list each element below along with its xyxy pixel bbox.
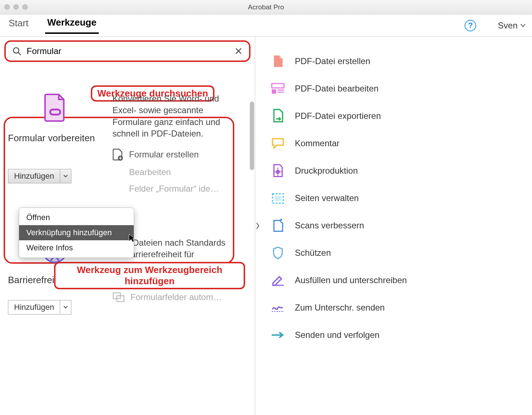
help-icon[interactable]: ? [465, 20, 476, 31]
form-icon [40, 93, 69, 122]
sidebar-tool-label: Senden und verfolgen [295, 330, 380, 340]
tool-main-formular: Konvertieren Sie Word- und Excel- sowie … [112, 93, 247, 194]
user-menu[interactable]: Sven [498, 21, 526, 31]
search-wrap: ✕ [0, 37, 255, 66]
add-button-label: Hinzufügen [8, 300, 60, 314]
sidebar-tool-create[interactable]: PDF-Datei erstellen [271, 48, 521, 75]
export-icon [271, 109, 285, 123]
scan-icon [271, 219, 285, 232]
print-icon [271, 164, 285, 178]
sendtrack-icon [271, 328, 285, 342]
tab-tools[interactable]: Werkzeuge [45, 17, 99, 34]
window-title: Acrobat Pro [248, 3, 284, 11]
sidebar-tool-label: PDF-Datei erstellen [295, 56, 370, 66]
sidebar-tool-label: PDF-Datei exportieren [295, 111, 381, 121]
action-create-label: Formular erstellen [129, 150, 199, 160]
svg-rect-16 [275, 196, 281, 201]
svg-point-0 [13, 48, 19, 53]
menu-item-open[interactable]: Öffnen [19, 210, 134, 225]
sidebar-tool-export[interactable]: PDF-Datei exportieren [271, 102, 521, 130]
sidebar-tool-edit[interactable]: PDF-Datei bearbeiten [271, 75, 521, 102]
action-identify-fields[interactable]: Felder „Formular“ ide… [112, 184, 247, 194]
protect-icon [271, 246, 285, 260]
edit-icon [271, 82, 285, 95]
sidebar-tool-sendtrack[interactable]: Senden und verfolgen [271, 321, 521, 349]
add-button-caret[interactable] [60, 169, 71, 183]
sidebar-tool-label: Scans verbessern [295, 220, 364, 231]
search-input[interactable] [27, 46, 229, 56]
chevron-down-icon [63, 175, 68, 178]
tools-sidebar: PDF-Datei erstellenPDF-Datei bearbeitenP… [260, 37, 532, 415]
add-dropdown-menu: Öffnen Verknüpfung hinzufügen Weitere In… [19, 208, 134, 258]
action-auto-fields[interactable]: Formularfelder autom… [112, 292, 247, 302]
pane-divider[interactable] [255, 37, 260, 415]
svg-rect-8 [272, 84, 284, 88]
zoom-window-icon[interactable] [22, 4, 28, 10]
menu-item-add-shortcut[interactable]: Verknüpfung hinzufügen [19, 225, 134, 240]
sidebar-tool-protect[interactable]: Schützen [271, 239, 521, 267]
chevron-right-icon [256, 222, 260, 230]
pages-icon [271, 191, 285, 205]
fill-icon [271, 273, 285, 287]
clear-search-icon[interactable]: ✕ [234, 45, 243, 57]
search-box[interactable]: ✕ [4, 40, 251, 62]
content-area: ✕ Werkzeuge durchsuchen Formular vorbere… [0, 37, 532, 415]
sidebar-tool-comment[interactable]: Kommentar [271, 130, 521, 157]
action-identify-label: Felder „Formular“ ide… [129, 184, 219, 194]
svg-line-1 [18, 52, 21, 55]
action-edit-label: Bearbeiten [129, 167, 171, 177]
comment-icon [271, 137, 285, 150]
sidebar-tool-label: Schützen [295, 248, 331, 258]
sidebar-tool-label: Seiten verwalten [295, 193, 359, 203]
tool-desc-formular: Konvertieren Sie Word- und Excel- sowie … [112, 93, 235, 140]
sidebar-tool-pages[interactable]: Seiten verwalten [271, 184, 521, 212]
menu-item-more-info[interactable]: Weitere Infos [19, 240, 134, 255]
tool-card-formular: Formular vorbereiten Hinzufügen Konverti… [8, 93, 247, 194]
sidebar-tool-fill[interactable]: Ausfüllen und unterschreiben [271, 267, 521, 294]
close-window-icon[interactable] [4, 4, 10, 10]
sidebar-tool-label: PDF-Datei bearbeiten [295, 84, 378, 94]
tab-start[interactable]: Start [6, 18, 31, 33]
sendsign-icon [271, 301, 285, 314]
tool-title-formular: Formular vorbereiten [8, 133, 102, 144]
main-tabs-row: Start Werkzeuge ? Sven [0, 14, 532, 37]
sidebar-tool-label: Ausfüllen und unterschreiben [295, 275, 407, 285]
action-auto-label: Formularfelder autom… [130, 292, 222, 302]
minimize-window-icon[interactable] [13, 4, 19, 10]
add-button-label: Hinzufügen [8, 169, 60, 183]
add-button-accessibility[interactable]: Hinzufügen [8, 300, 71, 314]
action-edit-form[interactable]: Bearbeiten [112, 167, 247, 177]
sidebar-tool-sendsign[interactable]: Zum Unterschr. senden [271, 294, 521, 321]
chevron-down-icon [63, 306, 68, 309]
overlap-rect-icon [112, 292, 125, 302]
sidebar-tool-label: Druckproduktion [295, 166, 358, 176]
action-create-form[interactable]: Formular erstellen [112, 148, 247, 161]
search-icon [12, 46, 22, 56]
add-button-formular[interactable]: Hinzufügen [8, 169, 71, 183]
user-name: Sven [498, 21, 518, 31]
tools-pane: ✕ Werkzeuge durchsuchen Formular vorbere… [0, 37, 255, 415]
svg-rect-9 [272, 89, 276, 94]
sidebar-tool-scan[interactable]: Scans verbessern [271, 212, 521, 239]
document-plus-icon [112, 148, 123, 161]
add-button-caret[interactable] [60, 300, 71, 314]
chevron-down-icon [520, 24, 526, 27]
create-icon [271, 54, 285, 68]
sidebar-tool-label: Zum Unterschr. senden [295, 303, 385, 313]
annotation-add-tool: Werkzeug zum Werkzeugbereich hinzufügen [54, 262, 245, 289]
titlebar: Acrobat Pro [0, 0, 532, 14]
traffic-lights [4, 4, 28, 10]
sidebar-tool-label: Kommentar [295, 138, 340, 148]
sidebar-tool-print[interactable]: Druckproduktion [271, 157, 521, 184]
mouse-cursor-icon [128, 233, 136, 243]
